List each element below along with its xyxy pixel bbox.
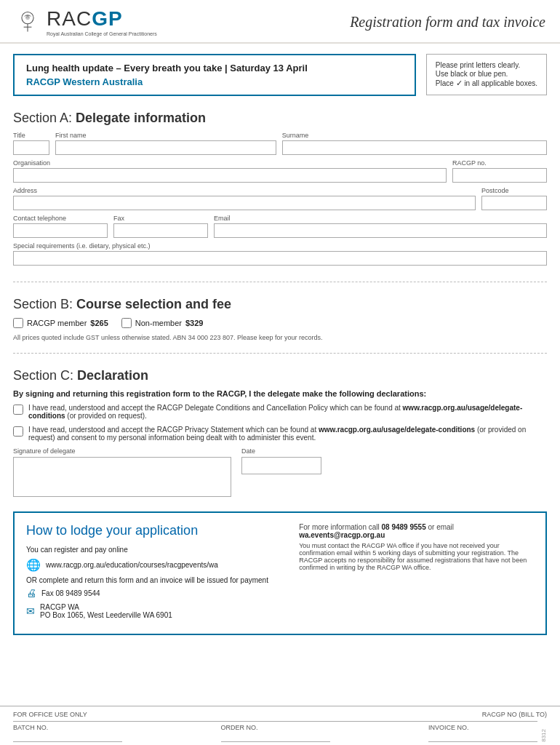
divider-a-b xyxy=(13,282,547,282)
lodge-right: For more information call 08 9489 9555 o… xyxy=(299,523,534,624)
racgp-label: RACGP no. xyxy=(452,159,547,167)
firstname-input[interactable] xyxy=(55,140,276,155)
order-input[interactable] xyxy=(221,732,330,742)
instruction-line3: Place ✓ in all applicable boxes. xyxy=(436,79,537,88)
section-a-title: Section A: Delegate information xyxy=(13,111,547,126)
event-banner: Lung health update – Every breath you ta… xyxy=(13,54,547,96)
lodge-phone: 08 9489 9555 xyxy=(382,523,426,531)
title-field: Title xyxy=(13,132,49,155)
signature-row: Signature of delegate Date xyxy=(13,447,547,497)
racgp-field: RACGP no. xyxy=(452,159,547,183)
org-input[interactable] xyxy=(13,168,447,183)
mail-address: PO Box 1065, West Leederville WA 6901 xyxy=(40,611,172,619)
declaration-item-2: I have read, understood and accept the R… xyxy=(13,426,547,442)
firstname-label: First name xyxy=(55,132,276,139)
email-input[interactable] xyxy=(214,223,547,238)
batch-input[interactable] xyxy=(13,732,122,742)
section-a: Section A: Delegate information Title Fi… xyxy=(13,111,547,270)
address-label: Address xyxy=(13,187,476,194)
event-title: Lung health update – Every breath you ta… xyxy=(26,63,403,73)
phone-label: Contact telephone xyxy=(13,215,108,222)
footer-top: FOR OFFICE USE ONLY RACGP NO (BILL TO) xyxy=(13,711,547,718)
special-input[interactable] xyxy=(13,251,547,266)
decl2-text: I have read, understood and accept the R… xyxy=(28,426,547,442)
declaration-item-1: I have read, understood and accept the R… xyxy=(13,404,547,420)
checkmark-icon: ✓ xyxy=(456,79,463,88)
footer-bottom-row: BATCH NO. ORDER NO. INVOICE NO. 8312 xyxy=(13,721,547,742)
section-b: Section B: Course selection and fee RACG… xyxy=(13,297,547,341)
date-field: Date xyxy=(241,447,321,474)
header: RACGP Royal Australian College of Genera… xyxy=(0,0,560,44)
phone-field: Contact telephone xyxy=(13,215,108,238)
fax-label: Fax 08 9489 9544 xyxy=(41,589,100,597)
decl1-checkbox[interactable] xyxy=(13,405,23,415)
fax-row: 🖨 Fax 08 9489 9544 xyxy=(26,587,284,599)
globe-icon: 🌐 xyxy=(26,558,41,572)
section-c: Section C: Declaration By signing and re… xyxy=(13,368,547,497)
fee-row: RACGP member $265 Non-member $329 xyxy=(13,318,547,328)
date-label: Date xyxy=(241,447,321,455)
signature-field: Signature of delegate xyxy=(13,447,231,497)
decl2-link: www.racgp.org.au/usage/delegate-conditio… xyxy=(319,426,475,434)
surname-input[interactable] xyxy=(282,140,547,155)
org-field: Organisation xyxy=(13,159,447,183)
lodge-or: OR complete and return this form and an … xyxy=(26,576,284,584)
nonmember-price: $329 xyxy=(185,319,203,327)
nonmember-checkbox[interactable] xyxy=(121,318,132,328)
member-label: RACGP member xyxy=(27,319,87,327)
nonmember-label: Non-member xyxy=(135,319,182,327)
decl2-checkbox[interactable] xyxy=(13,426,23,437)
member-checkbox[interactable] xyxy=(13,318,23,328)
logo-text: RACGP xyxy=(47,7,157,31)
footer-bottom: BATCH NO. ORDER NO. INVOICE NO. xyxy=(13,721,537,742)
nonmember-option: Non-member $329 xyxy=(121,318,204,328)
page-title: Registration form and tax invoice xyxy=(350,14,545,31)
instruction-line2: Use black or blue pen. xyxy=(436,70,537,78)
url-row: 🌐 www.racgp.org.au/education/courses/rac… xyxy=(26,558,284,572)
postcode-label: Postcode xyxy=(481,187,547,194)
fax-input[interactable] xyxy=(113,223,208,238)
address-input[interactable] xyxy=(13,196,476,210)
section-b-title: Section B: Course selection and fee xyxy=(13,297,547,312)
register-online-row: You can register and pay online xyxy=(26,546,284,554)
fax-field: Fax xyxy=(113,215,208,238)
lodge-url: www.racgp.org.au/education/courses/racgp… xyxy=(46,561,218,569)
event-box: Lung health update – Every breath you ta… xyxy=(13,54,416,96)
lodge-contact: For more information call 08 9489 9555 o… xyxy=(299,523,534,539)
contact-row: Contact telephone Fax Email xyxy=(13,215,547,238)
instruction-line1: Please print letters clearly. xyxy=(436,61,537,69)
mail-row: ✉ RACGP WA PO Box 1065, West Leederville… xyxy=(26,603,284,619)
invoice-input[interactable] xyxy=(428,732,537,742)
divider-b-c xyxy=(13,353,547,354)
member-option: RACGP member $265 xyxy=(13,318,108,328)
racgp-input[interactable] xyxy=(452,168,547,183)
invoice-field: INVOICE NO. xyxy=(428,724,537,742)
office-label: FOR OFFICE USE ONLY xyxy=(13,711,87,718)
email-label: Email xyxy=(214,215,547,222)
org-row: Organisation RACGP no. xyxy=(13,159,547,183)
member-price: $265 xyxy=(90,319,108,327)
order-field: ORDER NO. xyxy=(221,724,330,742)
decl1-text: I have read, understood and accept the R… xyxy=(28,404,547,420)
section-c-title: Section C: Declaration xyxy=(13,368,547,383)
surname-label: Surname xyxy=(282,132,547,139)
racgp-bill-label: RACGP NO (BILL TO) xyxy=(482,711,547,718)
postcode-field: Postcode xyxy=(481,187,547,210)
page-number: 8312 xyxy=(540,729,547,742)
invoice-label: INVOICE NO. xyxy=(428,724,537,731)
special-label: Special requirements (i.e. dietary, phys… xyxy=(13,242,547,250)
phone-input[interactable] xyxy=(13,223,108,238)
lodge-notice: You must contact the RACGP WA office if … xyxy=(299,542,534,571)
order-label: ORDER NO. xyxy=(221,724,330,731)
racgp-crest-icon xyxy=(15,9,41,35)
sig-box[interactable] xyxy=(13,457,231,497)
postcode-input[interactable] xyxy=(481,196,547,210)
fee-note: All prices quoted include GST unless oth… xyxy=(13,334,547,341)
batch-label: BATCH NO. xyxy=(13,724,122,731)
date-box[interactable] xyxy=(241,457,321,474)
name-row: Title First name Surname xyxy=(13,132,547,155)
address-field: Address xyxy=(13,187,476,210)
special-row: Special requirements (i.e. dietary, phys… xyxy=(13,242,547,266)
fax-icon: 🖨 xyxy=(26,587,36,599)
title-input[interactable] xyxy=(13,140,49,155)
